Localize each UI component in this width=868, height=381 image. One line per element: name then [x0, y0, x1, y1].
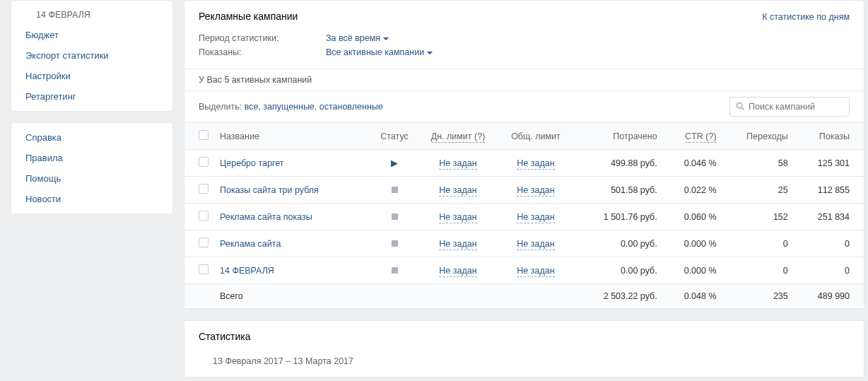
clicks-value: 152 [722, 204, 794, 230]
select-stopped-link[interactable]: остановленные [319, 102, 383, 112]
table-row: Церебро таргет▶Не заданНе задан499.88 ру… [184, 150, 864, 177]
row-checkbox[interactable] [199, 238, 209, 247]
daily-stats-link[interactable]: К статистике по дням [762, 12, 850, 22]
col-clicks[interactable]: Переходы [722, 123, 794, 150]
table-row: Показы сайта три рубляНе заданНе задан50… [184, 177, 864, 204]
panel-title: Рекламные кампании [199, 11, 298, 22]
impressions-value: 0 [794, 230, 864, 257]
sidebar-item-rules[interactable]: Правила [11, 148, 172, 168]
total-limit-value[interactable]: Не задан [517, 185, 554, 197]
campaign-name-link[interactable]: Реклама сайта показы [220, 212, 312, 222]
campaign-name-link[interactable]: Показы сайта три рубля [220, 185, 319, 195]
row-checkbox[interactable] [199, 264, 209, 274]
sidebar-block-secondary: Справка Правила Помощь Новости [11, 122, 173, 214]
total-label: Всего [214, 284, 370, 309]
stats-date-range: 13 Февраля 2017 – 13 Марта 2017 [184, 349, 864, 377]
spent-value: 499.88 руб. [575, 150, 663, 177]
play-icon[interactable]: ▶ [391, 158, 398, 168]
spent-value: 0.00 руб. [575, 257, 663, 284]
stop-icon[interactable] [392, 187, 398, 193]
total-ctr: 0.048 % [663, 284, 722, 309]
select-running-link[interactable]: запущенные [263, 102, 315, 112]
shown-dropdown[interactable]: Все активные кампании [326, 47, 433, 57]
total-limit-value[interactable]: Не задан [517, 158, 554, 170]
campaign-name-link[interactable]: Реклама сайта [220, 239, 281, 249]
shown-label: Показаны: [199, 47, 326, 57]
ctr-value: 0.000 % [663, 257, 722, 284]
col-total-limit[interactable]: Общ. лимит [497, 123, 575, 150]
search-box[interactable] [729, 97, 850, 117]
campaign-name-link[interactable]: Церебро таргет [220, 158, 284, 168]
clicks-value: 58 [722, 150, 794, 177]
col-impressions[interactable]: Показы [794, 123, 864, 150]
total-clicks: 235 [722, 284, 794, 309]
chevron-down-icon [427, 52, 433, 54]
sidebar-item-export-stats[interactable]: Экспорт статистики [11, 45, 172, 66]
stop-icon[interactable] [392, 267, 398, 274]
day-limit-value[interactable]: Не задан [439, 212, 476, 223]
sidebar-item-help[interactable]: Помощь [11, 168, 172, 189]
clicks-value: 0 [722, 230, 794, 257]
period-label: Период статистики: [199, 33, 326, 43]
period-dropdown[interactable]: За всё время [326, 33, 389, 43]
clicks-value: 25 [722, 177, 794, 204]
sidebar-item-reference[interactable]: Справка [11, 127, 172, 148]
sidebar-item-news[interactable]: Новости [11, 189, 172, 209]
campaign-name-link[interactable]: 14 ФЕВРАЛЯ [220, 266, 274, 276]
clicks-value: 0 [722, 257, 794, 284]
ctr-value: 0.046 % [663, 150, 722, 177]
ctr-value: 0.060 % [663, 204, 722, 230]
chevron-down-icon [383, 37, 389, 40]
main-content: Рекламные кампании К статистике по дням … [184, 0, 868, 381]
svg-point-0 [737, 102, 743, 108]
stop-icon[interactable] [392, 213, 398, 220]
sidebar-block-primary: 14 ФЕВРАЛЯ Бюджет Экспорт статистики Нас… [11, 0, 173, 112]
sidebar-item-retargeting[interactable]: Ретаргетинг [11, 86, 172, 107]
day-limit-value[interactable]: Не задан [439, 266, 476, 277]
row-checkbox[interactable] [199, 157, 209, 167]
table-total-row: Всего2 503.22 руб.0.048 %235489 990 [184, 284, 864, 309]
col-day-limit[interactable]: Дн. лимит (?) [419, 123, 497, 150]
total-spent: 2 503.22 руб. [575, 284, 663, 309]
ctr-value: 0.022 % [663, 177, 722, 204]
total-limit-value[interactable]: Не задан [517, 266, 554, 277]
total-limit-value[interactable]: Не задан [517, 239, 554, 250]
select-all-checkbox[interactable] [199, 130, 209, 140]
row-checkbox[interactable] [199, 184, 209, 194]
impressions-value: 112 855 [794, 177, 864, 204]
bulk-select-links: Выделить: все, запущенные, остановленные [199, 102, 383, 112]
total-impressions: 489 990 [794, 284, 864, 309]
search-icon [736, 102, 744, 112]
select-all-link[interactable]: все [245, 102, 259, 112]
sidebar: 14 ФЕВРАЛЯ Бюджет Экспорт статистики Нас… [0, 0, 184, 381]
table-row: Реклама сайтаНе заданНе задан0.00 руб.0.… [184, 230, 864, 257]
campaigns-panel: Рекламные кампании К статистике по дням … [184, 0, 864, 310]
search-input[interactable] [749, 102, 843, 112]
day-limit-value[interactable]: Не задан [439, 239, 476, 250]
total-limit-value[interactable]: Не задан [517, 212, 554, 223]
table-row: Реклама сайта показыНе заданНе задан1 50… [184, 204, 864, 230]
row-checkbox[interactable] [199, 211, 209, 221]
svg-line-1 [741, 107, 744, 110]
col-ctr[interactable]: CTR (?) [663, 123, 722, 150]
active-campaigns-note: У Вас 5 активных кампаний [184, 69, 864, 90]
col-spent[interactable]: Потрачено [575, 123, 663, 150]
impressions-value: 125 301 [794, 150, 864, 177]
col-name[interactable]: Название [214, 123, 370, 150]
stop-icon[interactable] [392, 240, 398, 247]
spent-value: 501.58 руб. [575, 177, 663, 204]
sidebar-item-14-feb[interactable]: 14 ФЕВРАЛЯ [11, 5, 172, 25]
impressions-value: 0 [794, 257, 864, 284]
table-row: 14 ФЕВРАЛЯНе заданНе задан0.00 руб.0.000… [184, 257, 864, 284]
day-limit-value[interactable]: Не задан [439, 158, 476, 170]
day-limit-value[interactable]: Не задан [439, 185, 476, 197]
sidebar-item-settings[interactable]: Настройки [11, 66, 172, 86]
col-status[interactable]: Статус [370, 123, 419, 150]
statistics-panel: Статистика 13 Февраля 2017 – 13 Марта 20… [184, 320, 864, 377]
impressions-value: 251 834 [794, 204, 864, 230]
campaigns-table: Название Статус Дн. лимит (?) Общ. лимит… [184, 122, 864, 309]
ctr-value: 0.000 % [663, 230, 722, 257]
spent-value: 1 501.76 руб. [575, 204, 663, 230]
sidebar-item-budget[interactable]: Бюджет [11, 25, 172, 45]
stats-title: Статистика [199, 331, 251, 342]
